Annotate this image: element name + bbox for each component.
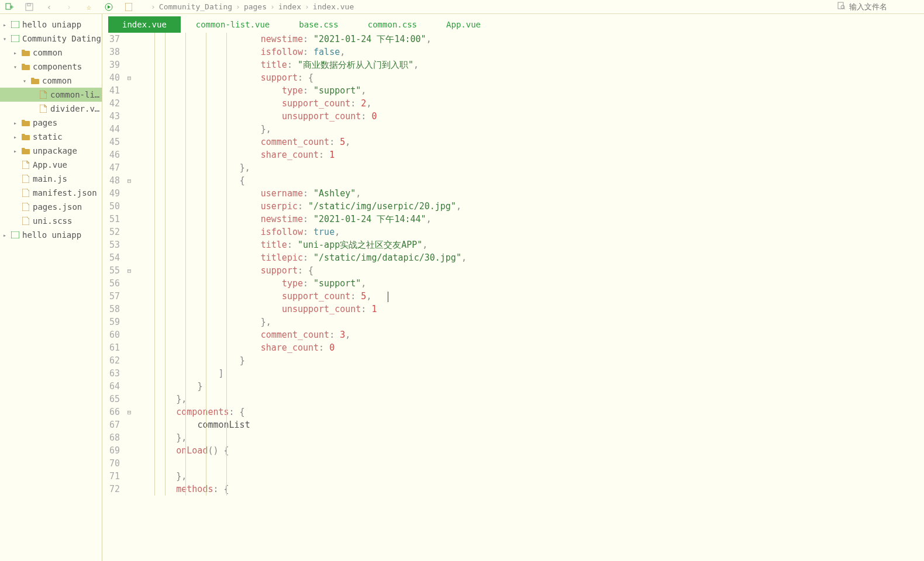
line-number: 65 (102, 393, 120, 406)
fold-marker[interactable]: ⊟ (125, 264, 134, 277)
folder-icon (21, 63, 30, 71)
code-line[interactable]: } (134, 380, 924, 393)
tree-label: divider.vue (50, 104, 102, 113)
save-icon[interactable] (25, 2, 34, 12)
tree-item-components[interactable]: ▾components (0, 60, 102, 74)
tree-item-uni-scss[interactable]: uni.scss (0, 214, 102, 228)
code-line[interactable]: methods: { (134, 483, 924, 496)
tree-item-main-js[interactable]: main.js (0, 172, 102, 186)
tree-item-app-vue[interactable]: App.vue (0, 158, 102, 172)
code-line[interactable]: userpic: "/static/img/userpic/20.jpg", (134, 200, 924, 213)
text-cursor (388, 292, 388, 302)
tab-app-vue[interactable]: App.vue (432, 16, 495, 33)
code-line[interactable]: type: "support", (134, 84, 924, 97)
code-line[interactable]: title: "商业数据分析从入门到入职", (134, 58, 924, 71)
chevron-icon[interactable] (29, 105, 36, 112)
code-line[interactable]: share_count: 1 (134, 148, 924, 161)
tree-item-pages-json[interactable]: pages.json (0, 200, 102, 214)
code-line[interactable]: }, (134, 123, 924, 136)
line-number: 50 (102, 200, 120, 213)
code-line[interactable]: }, (134, 431, 924, 444)
chevron-icon[interactable]: ▾ (1, 35, 8, 42)
code-line[interactable]: support_count: 5, (134, 290, 924, 303)
tab-index-vue[interactable]: index.vue (108, 16, 181, 33)
code-line[interactable]: newstime: "2021-01-24 下午14:44", (134, 213, 924, 226)
forward-icon[interactable]: › (64, 2, 74, 12)
fold-marker (125, 354, 134, 367)
breadcrumb: › Community_Dating › pages › index › ind… (151, 2, 354, 11)
star-icon[interactable]: ☆ (84, 2, 94, 12)
code-line[interactable]: support: { (134, 71, 924, 84)
code-line[interactable]: support_count: 2, (134, 97, 924, 110)
run-icon[interactable] (104, 2, 113, 12)
tree-item-divider-vue[interactable]: divider.vue (0, 102, 102, 116)
back-icon[interactable]: ‹ (44, 2, 54, 12)
tree-item-static[interactable]: ▸static (0, 130, 102, 144)
chevron-icon[interactable]: ▸ (12, 119, 19, 126)
code-line[interactable]: isfollow: false, (134, 46, 924, 58)
tree-item-hello-uniapp[interactable]: ▸hello_uniapp (0, 228, 102, 242)
chevron-icon[interactable]: ▾ (21, 77, 28, 84)
chevron-icon[interactable] (12, 217, 19, 224)
tree-item-pages[interactable]: ▸pages (0, 116, 102, 130)
code-line[interactable]: }, (134, 393, 924, 406)
search-input[interactable] (849, 2, 919, 11)
code-line[interactable]: unsupport_count: 0 (134, 110, 924, 123)
code-line[interactable]: }, (134, 316, 924, 328)
chevron-icon[interactable]: ▸ (12, 49, 19, 56)
code-line[interactable]: commonList (134, 418, 924, 431)
code-line[interactable]: unsupport_count: 1 (134, 303, 924, 316)
code-editor[interactable]: 3738394041424344454647484950515253545556… (102, 33, 924, 561)
code-line[interactable]: }, (134, 161, 924, 174)
code-line[interactable]: support: { (134, 264, 924, 277)
chevron-icon[interactable]: ▸ (1, 231, 8, 238)
chevron-icon[interactable] (12, 203, 19, 210)
code-line[interactable]: username: "Ashley", (134, 187, 924, 200)
code-line[interactable]: } (134, 354, 924, 367)
code-line[interactable]: title: "uni-app实战之社区交友APP", (134, 238, 924, 251)
chevron-icon[interactable] (12, 189, 19, 196)
chevron-icon[interactable] (29, 91, 36, 98)
code-line[interactable] (134, 457, 924, 470)
tree-item-common[interactable]: ▾common (0, 74, 102, 88)
breadcrumb-item[interactable]: index.vue (313, 2, 354, 11)
new-file-icon[interactable] (5, 2, 14, 12)
file-tree[interactable]: ▸hello uniapp▾Community_Dating▸common▾co… (0, 14, 102, 561)
tab-common-list-vue[interactable]: common-list.vue (182, 16, 284, 33)
tree-item-common[interactable]: ▸common (0, 46, 102, 60)
chevron-icon[interactable]: ▸ (12, 133, 19, 140)
chevron-icon[interactable] (12, 161, 19, 168)
fold-marker[interactable]: ⊟ (125, 406, 134, 418)
fold-gutter[interactable]: ⊟⊟⊟⊟ (125, 33, 134, 561)
fold-marker[interactable]: ⊟ (125, 71, 134, 84)
breadcrumb-item[interactable]: Community_Dating (159, 2, 232, 11)
tree-item-community-dating[interactable]: ▾Community_Dating (0, 32, 102, 46)
code-line[interactable]: comment_count: 5, (134, 136, 924, 148)
code-line[interactable]: titlepic: "/static/img/datapic/30.jpg", (134, 251, 924, 264)
fold-marker[interactable]: ⊟ (125, 174, 134, 187)
chevron-icon[interactable]: ▾ (12, 63, 19, 70)
code-line[interactable]: onLoad() { (134, 444, 924, 457)
tree-item-unpackage[interactable]: ▸unpackage (0, 144, 102, 158)
search-icon[interactable] (837, 2, 846, 12)
breadcrumb-item[interactable]: pages (244, 2, 267, 11)
code-line[interactable]: newstime: "2021-01-24 下午14:00", (134, 33, 924, 46)
tree-item-common-li---[interactable]: common-li... (0, 88, 102, 102)
code-line[interactable]: isfollow: true, (134, 226, 924, 238)
chevron-icon[interactable] (12, 175, 19, 182)
tree-item-manifest-json[interactable]: manifest.json (0, 186, 102, 200)
code-line[interactable]: ] (134, 367, 924, 380)
code-line[interactable]: components: { (134, 406, 924, 418)
code-line[interactable]: share_count: 0 (134, 341, 924, 354)
code-content[interactable]: newstime: "2021-01-24 下午14:00", isfollow… (134, 33, 924, 561)
code-line[interactable]: type: "support", (134, 277, 924, 290)
code-line[interactable]: }, (134, 470, 924, 483)
chevron-icon[interactable]: ▸ (12, 147, 19, 154)
chevron-icon[interactable]: ▸ (1, 21, 8, 28)
code-line[interactable]: { (134, 174, 924, 187)
tab-common-css[interactable]: common.css (354, 16, 431, 33)
breadcrumb-item[interactable]: index (278, 2, 301, 11)
code-line[interactable]: comment_count: 3, (134, 328, 924, 341)
tree-item-hello-uniapp[interactable]: ▸hello uniapp (0, 18, 102, 32)
tab-base-css[interactable]: base.css (285, 16, 352, 33)
